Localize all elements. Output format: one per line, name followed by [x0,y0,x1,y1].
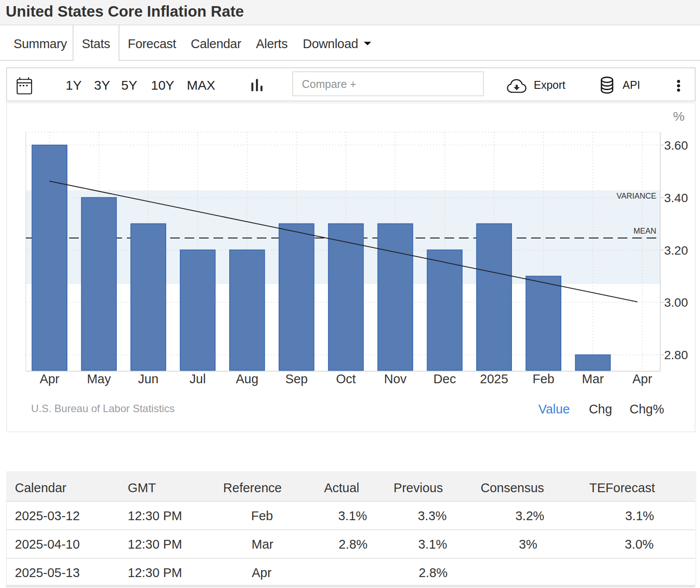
svg-text:Feb: Feb [532,372,554,386]
svg-text:Mar: Mar [582,372,604,386]
svg-text:Oct: Oct [336,372,356,386]
svg-text:Apr: Apr [40,372,60,386]
svg-text:May: May [87,372,111,386]
svg-text:2.80: 2.80 [664,348,688,362]
svg-text:MEAN: MEAN [634,227,656,235]
svg-text:Aug: Aug [236,372,259,386]
svg-text:Apr: Apr [632,372,652,386]
svg-text:2025: 2025 [480,372,508,386]
svg-text:%: % [673,109,685,123]
svg-text:Chg: Chg [589,402,612,416]
svg-text:Dec: Dec [434,372,456,386]
svg-text:3.60: 3.60 [664,139,688,152]
svg-text:Jul: Jul [189,372,206,386]
svg-text:Value: Value [538,402,570,416]
svg-text:3.00: 3.00 [664,296,688,309]
svg-text:VARIANCE: VARIANCE [616,192,656,200]
svg-text:Jun: Jun [138,372,159,386]
svg-text:U.S. Bureau of Labor Statistic: U.S. Bureau of Labor Statistics [31,402,175,414]
svg-text:3.40: 3.40 [664,191,688,205]
svg-text:3.20: 3.20 [664,244,688,257]
svg-text:Nov: Nov [384,372,407,386]
svg-text:Chg%: Chg% [630,402,664,416]
svg-text:Sep: Sep [285,372,308,386]
